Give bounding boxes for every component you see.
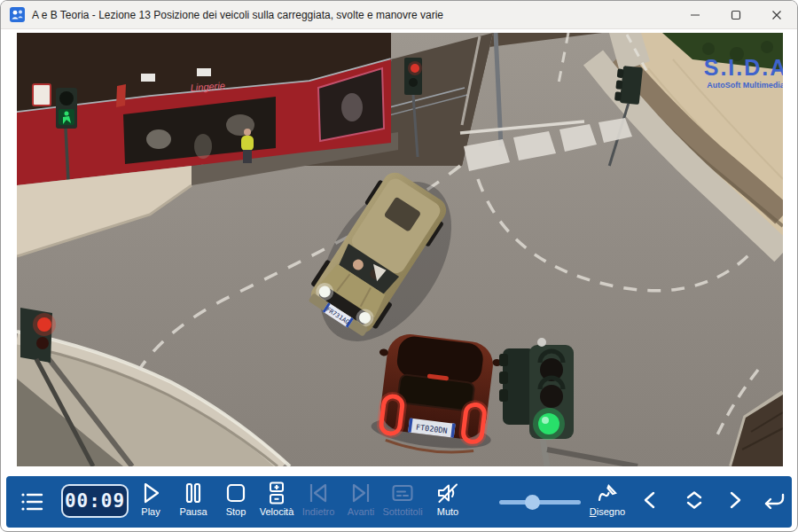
subtitles-icon — [390, 481, 415, 505]
chevron-left-icon — [637, 487, 663, 513]
disegno-label: Disegno — [590, 506, 625, 517]
play-label: Play — [141, 506, 160, 517]
timer-value: 00:09 — [65, 490, 125, 512]
chevron-up-down-icon — [681, 487, 708, 513]
chapters-button[interactable] — [10, 476, 54, 528]
pause-icon — [181, 481, 206, 505]
muto-button[interactable]: Muto — [423, 476, 473, 528]
watermark-autosoft: AutoSoft Multimedia — [707, 81, 783, 90]
slider-thumb[interactable] — [525, 495, 540, 510]
skip-forward-icon — [348, 481, 373, 505]
minimize-icon — [690, 10, 700, 20]
close-icon — [771, 10, 782, 20]
maximize-icon — [731, 10, 741, 20]
app-window: A e B Teoria - Lezione 13 Posizione dei … — [0, 0, 798, 532]
video-display: Lingerie — [17, 33, 783, 466]
minimize-button[interactable] — [675, 1, 716, 29]
watermark-sida: S.I.D.A — [704, 55, 783, 80]
return-arrow-icon — [760, 487, 788, 513]
indietro-label: Indietro — [302, 506, 335, 517]
slider-track[interactable] — [499, 500, 581, 505]
maximize-button[interactable] — [716, 1, 756, 29]
window-title: A e B Teoria - Lezione 13 Posizione dei … — [32, 9, 443, 21]
stop-label: Stop — [226, 506, 246, 517]
speed-icon — [264, 481, 289, 505]
velocita-label: Velocità — [260, 506, 294, 517]
titlebar: A e B Teoria - Lezione 13 Posizione dei … — [1, 1, 797, 29]
intersection-scene: Lingerie — [17, 33, 783, 466]
play-icon — [138, 481, 163, 505]
chevron-right-icon — [722, 487, 748, 513]
pausa-label: Pausa — [179, 506, 207, 517]
stop-icon — [223, 481, 248, 505]
avanti-label: Avanti — [348, 506, 374, 517]
speed-slider[interactable] — [499, 476, 581, 528]
timer-display: 00:09 — [61, 484, 129, 518]
sottotitoli-button: Sottotitoli — [378, 476, 427, 528]
return-button[interactable] — [749, 476, 798, 528]
mute-icon — [435, 481, 460, 505]
close-button[interactable] — [756, 1, 797, 29]
player-toolbar: 00:09 Play Pausa Stop — [6, 476, 792, 528]
chapter-list-icon — [19, 489, 45, 515]
nav-previous-button[interactable] — [625, 476, 675, 528]
muto-label: Muto — [437, 506, 458, 517]
draw-pen-icon — [595, 481, 620, 505]
skip-back-icon — [306, 481, 331, 505]
sottotitoli-label: Sottotitoli — [382, 506, 422, 517]
people-icon — [10, 7, 25, 22]
